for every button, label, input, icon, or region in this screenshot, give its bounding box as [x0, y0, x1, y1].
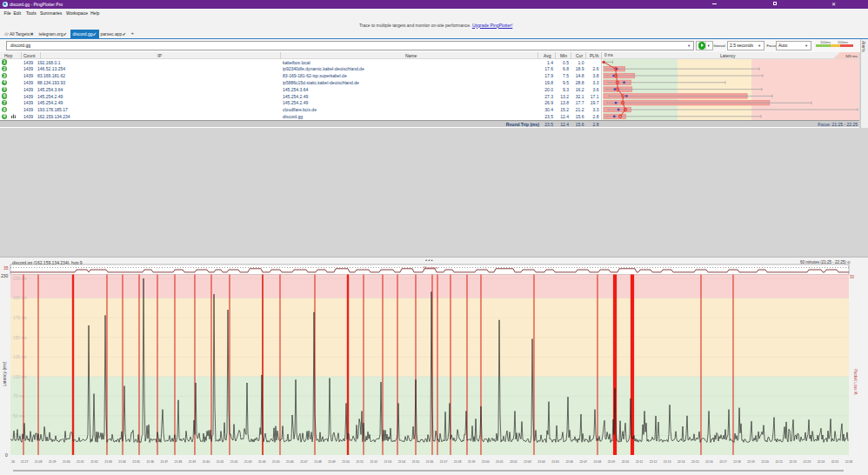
- svg-text:21:43: 21:43: [244, 460, 252, 464]
- svg-text:21:46: 21:46: [286, 460, 294, 464]
- svg-text:22:17: 22:17: [719, 460, 727, 464]
- svg-text:21:35: 21:35: [132, 460, 140, 464]
- svg-text:35: 35: [3, 265, 9, 271]
- svg-text:26: 26: [11, 460, 15, 464]
- svg-text:21:33: 21:33: [104, 460, 112, 464]
- svg-text:21:27: 21:27: [21, 460, 29, 464]
- svg-text:22:07: 22:07: [579, 460, 587, 464]
- svg-text:21:53: 21:53: [384, 460, 392, 464]
- svg-text:22:20: 22:20: [761, 460, 769, 464]
- svg-text:21:54: 21:54: [398, 460, 406, 464]
- svg-text:22:19: 22:19: [747, 460, 755, 464]
- svg-text:Max loss: Max loss: [424, 265, 438, 270]
- svg-text:21:37: 21:37: [160, 460, 168, 464]
- svg-text:22:22: 22:22: [789, 460, 797, 464]
- svg-text:21:34: 21:34: [118, 460, 126, 464]
- svg-text:30: 30: [850, 275, 855, 279]
- svg-text:200 ms: 200 ms: [13, 296, 27, 300]
- svg-text:21:44: 21:44: [258, 460, 266, 464]
- svg-text:22:00: 22:00: [482, 460, 490, 464]
- svg-text:21:55: 21:55: [412, 460, 420, 464]
- svg-text:22:05: 22:05: [551, 460, 559, 464]
- svg-text:21:48: 21:48: [314, 460, 322, 464]
- svg-text:22:25: 22:25: [831, 460, 839, 464]
- svg-text:21:41: 21:41: [217, 460, 224, 464]
- svg-text:21:42: 21:42: [230, 460, 238, 464]
- svg-text:22:09: 22:09: [608, 460, 616, 464]
- svg-text:22:02: 22:02: [510, 460, 517, 464]
- svg-text:21:52: 21:52: [370, 460, 377, 464]
- svg-text:21:32: 21:32: [90, 460, 98, 464]
- svg-text:22:01: 22:01: [496, 460, 504, 464]
- svg-text:125 ms: 125 ms: [13, 355, 27, 359]
- svg-text:22:12: 22:12: [650, 460, 658, 464]
- svg-text:Packet Loss %: Packet Loss %: [853, 369, 858, 395]
- svg-text:22:10: 22:10: [622, 460, 630, 464]
- svg-text:0: 0: [5, 452, 8, 458]
- svg-text:22:24: 22:24: [818, 460, 825, 464]
- svg-text:21:59: 21:59: [468, 460, 476, 464]
- svg-text:225 ms: 225 ms: [13, 277, 27, 281]
- svg-text:150 ms: 150 ms: [13, 336, 27, 340]
- svg-text:21:45: 21:45: [272, 460, 280, 464]
- svg-text:22:18: 22:18: [733, 460, 741, 464]
- svg-text:22:06: 22:06: [565, 460, 573, 464]
- svg-text:21:50: 21:50: [342, 460, 350, 464]
- svg-text:21:40: 21:40: [203, 460, 210, 464]
- svg-text:21:30: 21:30: [63, 460, 70, 464]
- svg-text:21:57: 21:57: [440, 460, 448, 464]
- svg-text:230: 230: [1, 273, 9, 278]
- svg-text:22:16: 22:16: [705, 460, 713, 464]
- svg-text:21:56: 21:56: [426, 460, 434, 464]
- svg-text:22:21: 22:21: [775, 460, 783, 464]
- svg-text:21:31: 21:31: [77, 460, 84, 464]
- svg-text:22:08: 22:08: [594, 460, 602, 464]
- svg-text:21:29: 21:29: [49, 460, 57, 464]
- svg-text:175 ms: 175 ms: [13, 316, 27, 320]
- svg-text:22:13: 22:13: [664, 460, 671, 464]
- svg-text:22:04: 22:04: [537, 460, 545, 464]
- svg-text:21:58: 21:58: [454, 460, 462, 464]
- svg-text:Latency (ms): Latency (ms): [2, 361, 7, 386]
- svg-text:22:14: 22:14: [678, 460, 685, 464]
- svg-text:22:11: 22:11: [636, 460, 643, 464]
- svg-text:21:36: 21:36: [146, 460, 154, 464]
- svg-text:100 ms: 100 ms: [13, 375, 27, 379]
- svg-text:21:39: 21:39: [189, 460, 197, 464]
- svg-text:21:28: 21:28: [35, 460, 43, 464]
- svg-text:21:38: 21:38: [175, 460, 183, 464]
- svg-text:21:47: 21:47: [300, 460, 308, 464]
- svg-text:22:26: 22:26: [845, 460, 853, 464]
- svg-text:22:23: 22:23: [804, 460, 811, 464]
- svg-text:22:15: 22:15: [691, 460, 699, 464]
- svg-text:21:51: 21:51: [356, 460, 364, 464]
- svg-text:22:03: 22:03: [524, 460, 531, 464]
- svg-text:21:49: 21:49: [328, 460, 336, 464]
